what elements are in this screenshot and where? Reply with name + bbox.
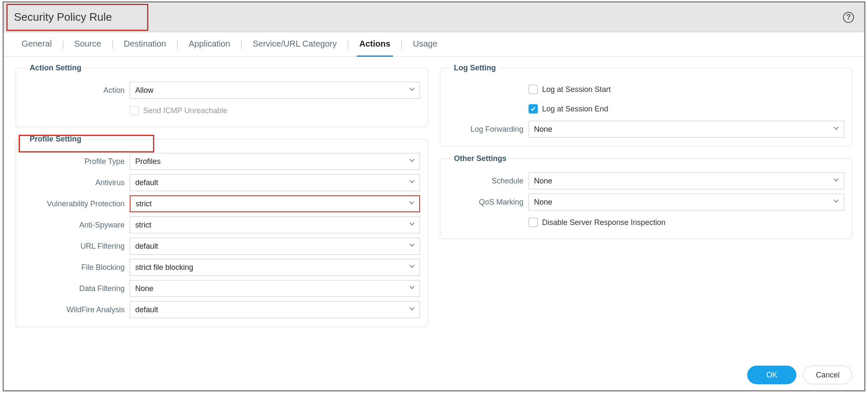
dialog-titlebar: Security Policy Rule ? (4, 3, 864, 32)
schedule-select[interactable]: None (529, 172, 844, 189)
ok-button-label: OK (766, 371, 777, 380)
data-filtering-value: None (135, 284, 153, 293)
data-filtering-select[interactable]: None (130, 280, 420, 297)
qos-value: None (534, 198, 552, 207)
chevron-down-icon (408, 200, 415, 208)
dsri-row[interactable]: Disable Server Response Inspection (529, 215, 844, 230)
wildfire-select[interactable]: default (130, 301, 420, 318)
url-filtering-label: URL Filtering (24, 242, 130, 251)
log-setting-legend: Log Setting (451, 64, 499, 72)
help-icon[interactable]: ? (843, 12, 854, 23)
vuln-protection-select[interactable]: strict (130, 195, 420, 212)
send-icmp-checkbox (130, 106, 139, 115)
chevron-down-icon (409, 284, 415, 293)
log-end-row[interactable]: Log at Session End (529, 101, 844, 117)
chevron-down-icon (409, 305, 415, 314)
tab-label: Destination (124, 39, 166, 49)
vuln-protection-label: Vulnerability Protection (24, 200, 130, 208)
chevron-down-icon (833, 198, 840, 207)
profile-type-select[interactable]: Profiles (130, 153, 420, 170)
antispyware-label: Anti-Spyware (24, 221, 130, 230)
tab-bar: General | Source | Destination | Applica… (4, 32, 864, 57)
antivirus-value: default (135, 178, 158, 187)
action-value: Allow (135, 86, 153, 95)
tab-separator: | (104, 39, 121, 49)
log-end-checkbox[interactable] (529, 104, 538, 114)
tab-service-url[interactable]: Service/URL Category (250, 32, 339, 57)
tab-separator: | (169, 39, 186, 49)
tab-usage[interactable]: Usage (410, 32, 440, 57)
tab-separator: | (393, 39, 410, 49)
tab-label: General (22, 39, 52, 49)
log-forwarding-select[interactable]: None (529, 121, 844, 138)
security-policy-rule-dialog: Security Policy Rule ? General | Source … (3, 1, 865, 391)
file-blocking-label: File Blocking (24, 263, 130, 272)
antispyware-select[interactable]: strict (130, 216, 420, 233)
qos-label: QoS Marking (448, 198, 529, 207)
right-column: Log Setting Log at Session Start (440, 64, 852, 360)
chevron-down-icon (409, 242, 415, 251)
data-filtering-label: Data Filtering (24, 284, 130, 293)
left-column: Action Setting Action Allow (16, 64, 428, 360)
schedule-label: Schedule (448, 177, 529, 186)
cancel-button[interactable]: Cancel (803, 366, 852, 384)
qos-select[interactable]: None (529, 194, 844, 211)
send-icmp-label: Send ICMP Unreachable (143, 106, 228, 115)
tab-label: Actions (359, 39, 390, 49)
action-label: Action (24, 86, 130, 95)
tab-general[interactable]: General (19, 32, 54, 57)
tab-label: Usage (413, 39, 437, 49)
profile-type-label: Profile Type (24, 157, 130, 166)
dsri-label: Disable Server Response Inspection (542, 218, 665, 227)
dsri-checkbox[interactable] (529, 218, 538, 227)
vuln-protection-value: strict (136, 200, 152, 208)
log-start-label: Log at Session Start (542, 85, 611, 94)
other-settings-group: Other Settings Schedule None QoS Marking… (440, 154, 852, 239)
url-filtering-value: default (135, 242, 158, 251)
wildfire-value: default (135, 305, 158, 314)
tab-application[interactable]: Application (186, 32, 233, 57)
wildfire-label: WildFire Analysis (24, 305, 130, 314)
tab-source[interactable]: Source (72, 32, 103, 57)
profile-type-value: Profiles (135, 157, 161, 166)
chevron-down-icon (409, 221, 415, 230)
tab-actions[interactable]: Actions (357, 32, 393, 57)
tab-label: Application (189, 39, 230, 49)
log-end-label: Log at Session End (542, 105, 608, 114)
chevron-down-icon (409, 263, 415, 272)
action-select[interactable]: Allow (130, 82, 420, 99)
chevron-down-icon (833, 125, 840, 134)
profile-setting-legend: Profile Setting (26, 135, 85, 144)
file-blocking-select[interactable]: strict file blocking (130, 259, 420, 276)
action-setting-group: Action Setting Action Allow (16, 64, 428, 127)
tab-separator: | (54, 39, 72, 49)
log-forwarding-value: None (534, 125, 552, 134)
tab-separator: | (233, 39, 250, 49)
send-icmp-checkbox-row: Send ICMP Unreachable (130, 103, 420, 118)
antispyware-value: strict (135, 221, 151, 230)
other-settings-legend: Other Settings (451, 154, 510, 163)
tab-separator: | (339, 39, 356, 49)
tab-destination[interactable]: Destination (121, 32, 169, 57)
antivirus-select[interactable]: default (130, 174, 420, 191)
cancel-button-label: Cancel (816, 371, 840, 380)
chevron-down-icon (409, 86, 415, 95)
schedule-value: None (534, 177, 552, 186)
ok-button[interactable]: OK (747, 366, 796, 384)
dialog-content: Action Setting Action Allow (4, 57, 864, 360)
dialog-footer: OK Cancel (4, 360, 864, 390)
profile-setting-group: Profile Setting Profile Type Profiles An… (16, 135, 428, 327)
url-filtering-select[interactable]: default (130, 238, 420, 255)
chevron-down-icon (833, 177, 840, 186)
action-setting-legend: Action Setting (26, 64, 85, 72)
file-blocking-value: strict file blocking (135, 263, 193, 272)
dialog-title: Security Policy Rule (14, 11, 112, 24)
chevron-down-icon (409, 157, 415, 166)
tab-label: Source (74, 39, 101, 49)
log-start-checkbox[interactable] (529, 85, 538, 94)
log-setting-group: Log Setting Log at Session Start (440, 64, 852, 147)
tab-label: Service/URL Category (253, 39, 337, 49)
log-forwarding-label: Log Forwarding (448, 125, 529, 134)
antivirus-label: Antivirus (24, 178, 130, 187)
log-start-row[interactable]: Log at Session Start (529, 82, 844, 97)
